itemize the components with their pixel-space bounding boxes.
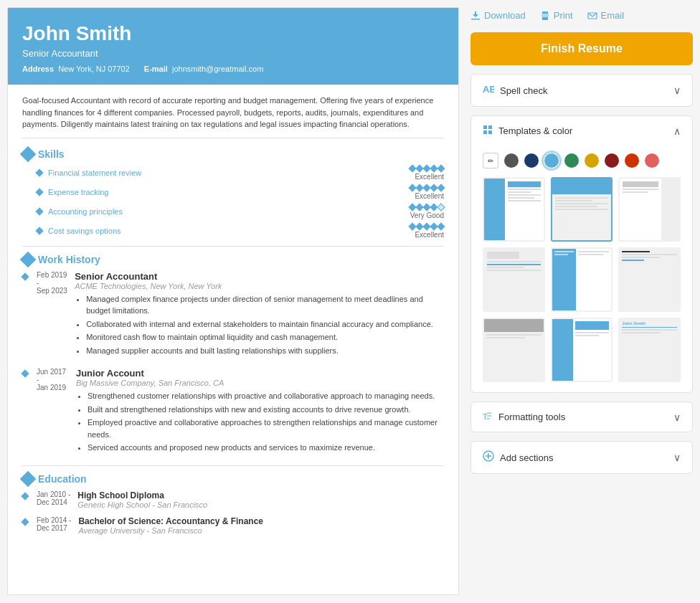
download-icon	[470, 11, 481, 21]
skill-level: Very Good	[410, 212, 444, 219]
template-thumb-9[interactable]: John Smith	[618, 318, 681, 382]
svg-text:T: T	[483, 412, 488, 421]
skill-level: Excellent	[415, 192, 444, 200]
spell-check-title: Spell check	[500, 85, 547, 96]
finish-resume-button[interactable]: Finish Resume	[470, 32, 693, 65]
template-thumb-5[interactable]	[551, 247, 613, 312]
skills-icon	[20, 146, 37, 162]
swatch-blue[interactable]	[544, 153, 559, 168]
templates-color-title: Templates & color	[498, 125, 572, 136]
resume-summary: Goal-focused Accountant with record of a…	[22, 95, 444, 138]
work-bullet-item: Collaborated with internal and external …	[86, 318, 444, 331]
skill-level: Excellent	[415, 173, 444, 181]
formatting-tools-title: Formatting tools	[498, 412, 565, 422]
education-list: Jan 2010 - Dec 2014 High School Diploma …	[22, 490, 444, 535]
skill-item-3: Accounting principles Very Good	[22, 204, 444, 219]
skill-dot	[437, 164, 445, 172]
work-bullet-item: Built and strengthened relationships wit…	[88, 404, 444, 416]
resume-title: Senior Accountant	[22, 48, 444, 59]
formatting-tools-chevron: ∨	[673, 412, 681, 423]
swatch-green[interactable]	[564, 153, 579, 168]
template-grid: John Smith	[483, 177, 681, 382]
skill-bullet	[35, 207, 43, 215]
svg-rect-2	[542, 17, 548, 20]
add-sections-title: Add sections	[500, 452, 553, 463]
email-icon	[587, 11, 597, 21]
template-thumb-3[interactable]	[618, 177, 681, 242]
skill-bullet	[35, 227, 43, 234]
edu-date-2-end: Dec 2017	[37, 524, 71, 532]
address-contact: Address New York, NJ 07702	[22, 65, 130, 73]
add-sections-accordion: Add sections ∨	[470, 441, 693, 474]
skill-dot	[437, 184, 445, 191]
download-link[interactable]: Download	[470, 10, 526, 21]
templates-header[interactable]: Templates & color ∧	[471, 116, 692, 146]
resume-name: John Smith	[22, 22, 444, 45]
swatch-red[interactable]	[625, 153, 639, 168]
template-thumb-8[interactable]	[551, 318, 613, 382]
email-link[interactable]: Email	[587, 10, 625, 21]
work-title-1: Senior Accountant	[75, 271, 444, 282]
template-thumb-6[interactable]	[618, 247, 681, 312]
swatch-pink[interactable]	[645, 153, 659, 168]
formatting-tools-header[interactable]: T Formatting tools ∨	[471, 402, 692, 432]
add-sections-header[interactable]: Add sections ∨	[471, 442, 692, 473]
edu-date-2: Feb 2014 -	[37, 516, 71, 524]
swatch-dark-red[interactable]	[605, 153, 619, 168]
svg-rect-7	[483, 130, 487, 134]
skills-list: Financial statement review Excellent	[22, 166, 444, 239]
toolbar-links: Download Print Email	[470, 7, 693, 24]
templates-content: ✏	[471, 146, 692, 392]
skill-item-2: Expense tracking Excellent	[22, 185, 444, 200]
templates-chevron: ∧	[673, 125, 681, 137]
edu-date-1-end: Dec 2014	[37, 498, 70, 506]
right-panel: Download Print Email Finish Resume AB	[470, 7, 693, 596]
edu-school-1: Generic High School - San Francisco	[77, 500, 207, 509]
work-company-2: Big Massive Company, San Francisco, CA	[76, 379, 444, 387]
skill-bullet	[35, 188, 43, 196]
template-thumb-7[interactable]	[483, 318, 545, 382]
work-history-list: Feb 2019 - Sep 2023 Senior Accountant AC…	[22, 271, 444, 455]
templates-accordion: Templates & color ∧ ✏	[470, 115, 693, 393]
skill-level: Excellent	[415, 231, 444, 239]
work-bullets-2: Strengthened customer relationships with…	[76, 390, 444, 454]
skill-name: Cost savings options	[48, 227, 121, 235]
work-bullet-item: Serviced accounts and proposed new produ…	[88, 442, 444, 454]
education-section-header: Education	[22, 473, 444, 485]
svg-rect-6	[488, 125, 492, 129]
work-item-1: Feb 2019 - Sep 2023 Senior Accountant AC…	[22, 271, 444, 359]
resume-header: John Smith Senior Accountant Address New…	[8, 8, 458, 85]
template-thumb-2[interactable]	[551, 177, 613, 242]
swatch-dark-gray[interactable]	[504, 153, 519, 168]
skill-name: Expense tracking	[48, 188, 108, 196]
skill-item-1: Financial statement review Excellent	[22, 166, 444, 181]
resume-panel: John Smith Senior Accountant Address New…	[7, 7, 459, 595]
spell-check-header[interactable]: AB Spell check ∨	[471, 75, 692, 106]
print-link[interactable]: Print	[540, 10, 573, 21]
work-history-icon	[20, 251, 37, 267]
work-bullet	[21, 272, 29, 280]
work-bullet-item: Employed proactive and collaborative app…	[88, 417, 444, 440]
work-bullet-item: Managed complex finance projects under d…	[86, 293, 444, 317]
edu-date-1: Jan 2010 -	[37, 490, 70, 498]
svg-rect-0	[471, 19, 480, 20]
skills-section-header: Skills	[22, 148, 444, 160]
template-thumb-1[interactable]	[483, 177, 545, 242]
skill-name: Accounting principles	[48, 207, 123, 216]
edu-bullet	[21, 518, 29, 526]
email-contact: E-mail johnsmith@greatmail.com	[144, 65, 263, 73]
work-bullet-item: Monitored cash flow to maintain optimal …	[86, 331, 444, 343]
education-title: Education	[38, 473, 87, 485]
work-title-2: Junior Account	[76, 368, 444, 379]
work-history-title: Work History	[38, 254, 100, 265]
swatch-gold[interactable]	[585, 153, 599, 168]
work-history-section-header: Work History	[22, 254, 444, 265]
swatch-dark-blue[interactable]	[524, 153, 539, 168]
work-bullet	[21, 369, 29, 377]
swatch-edit[interactable]: ✏	[483, 153, 498, 168]
work-date-2-end: Jan 2019	[37, 384, 69, 391]
template-thumb-4[interactable]	[483, 247, 545, 312]
skill-dot	[437, 222, 445, 230]
svg-text:AB: AB	[483, 84, 494, 95]
svg-rect-1	[542, 11, 548, 14]
